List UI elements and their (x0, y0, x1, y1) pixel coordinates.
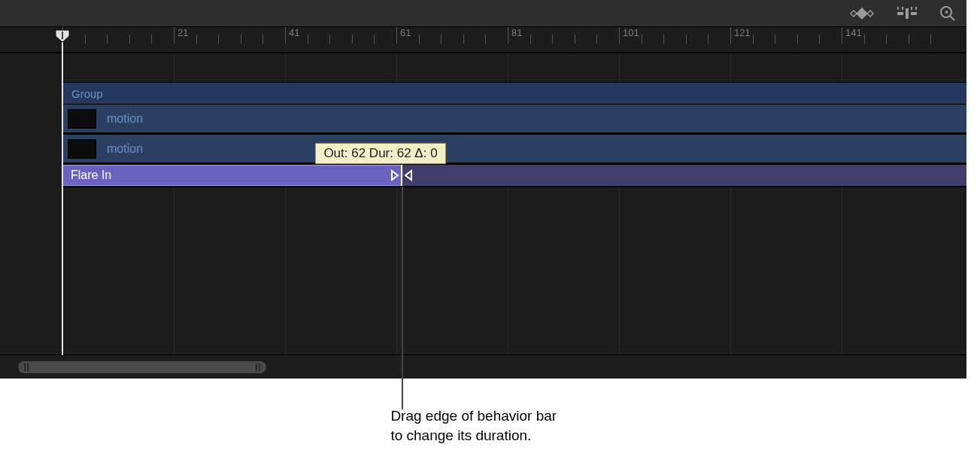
ruler-tick-minor (663, 35, 664, 44)
clip-thumbnail (68, 139, 96, 159)
tracks-area: Group motion motion Flare In (0, 53, 966, 187)
ruler-tick-minor (151, 35, 152, 44)
horizontal-scrollbar (0, 354, 966, 378)
ruler-tick-major (285, 27, 286, 44)
callout-leader-line (402, 187, 403, 409)
svg-rect-6 (897, 7, 899, 10)
ruler-tick-major (174, 27, 174, 44)
clip-label: motion (107, 112, 143, 126)
ruler-tick-minor (886, 35, 887, 44)
svg-marker-0 (856, 8, 868, 20)
svg-marker-12 (945, 10, 948, 14)
ruler-label: 21 (177, 27, 188, 38)
ruler-tick-major (619, 27, 620, 44)
behavior-bar[interactable]: Flare In (62, 165, 402, 186)
ruler-tick-minor (196, 35, 197, 44)
callout-text: Drag edge of behavior bar to change its … (390, 406, 557, 445)
ruler-tick-minor (419, 35, 420, 44)
svg-rect-7 (902, 7, 903, 10)
ruler-tick-major (730, 27, 731, 44)
ruler-tick-minor (909, 35, 909, 44)
ruler-tick-minor (642, 35, 642, 44)
zoom-icon[interactable] (939, 5, 956, 22)
ruler-tick-minor (85, 35, 86, 44)
ruler-tick-minor (262, 35, 263, 44)
ruler-tick-minor (775, 35, 775, 44)
ruler-tick-minor (753, 35, 754, 44)
clip-label: motion (107, 142, 143, 156)
svg-rect-8 (911, 7, 912, 10)
ruler-label: 141 (845, 27, 862, 38)
ruler-tick-minor (374, 35, 375, 44)
ruler-tick-minor (241, 35, 241, 44)
clip-track[interactable]: motion (62, 105, 966, 135)
ruler-label: 61 (400, 27, 411, 38)
behavior-lane: Flare In (62, 165, 966, 187)
ruler-tick-minor (107, 35, 108, 44)
drag-tooltip: Out: 62 Dur: 62 Δ: 0 (315, 143, 445, 164)
svg-rect-4 (897, 12, 903, 15)
clip-thumbnail (68, 109, 96, 129)
snap-icon[interactable] (896, 6, 918, 21)
timeline-panel: 21416181101121141 Group motion motion (0, 0, 966, 378)
keyframe-diamond-icon[interactable] (849, 7, 875, 20)
ruler-tick-minor (329, 35, 330, 44)
ruler-label: 101 (623, 27, 639, 38)
ruler-tick-minor (575, 35, 575, 44)
ruler-tick-minor (463, 35, 464, 44)
behavior-name: Flare In (71, 169, 111, 182)
ruler-label: 121 (734, 27, 751, 38)
ruler-tick-minor (708, 35, 708, 44)
ruler-tick-minor (308, 35, 308, 44)
svg-marker-1 (851, 11, 857, 17)
ruler-tick-minor (530, 35, 531, 44)
ruler-tick-minor (819, 35, 820, 44)
ruler-tick-minor (218, 35, 219, 44)
ruler-label: 81 (511, 27, 522, 38)
clip-track[interactable]: motion (62, 135, 966, 165)
ruler-tick-minor (686, 35, 687, 44)
group-header[interactable]: Group (62, 82, 966, 105)
ruler-tick-major (396, 27, 397, 44)
ruler-tick-minor (552, 35, 553, 44)
scrollbar-thumb[interactable] (18, 361, 266, 373)
svg-line-11 (950, 16, 954, 20)
svg-rect-3 (906, 8, 909, 19)
ruler-tick-major (842, 27, 842, 44)
ruler-tick-minor (129, 35, 130, 44)
ruler-label: 41 (289, 27, 299, 38)
ruler-tick-minor (864, 35, 865, 44)
playhead-icon[interactable] (54, 29, 71, 47)
ruler-tick-minor (797, 35, 798, 44)
time-ruler[interactable]: 21416181101121141 (0, 27, 966, 53)
ruler-tick-minor (441, 35, 441, 44)
ruler-tick-minor (352, 35, 353, 44)
timeline-toolbar (0, 0, 966, 27)
ruler-tick-minor (485, 35, 486, 44)
ruler-tick-minor (596, 35, 597, 44)
svg-marker-2 (867, 11, 873, 17)
group-label: Group (71, 87, 103, 100)
svg-rect-5 (911, 12, 917, 15)
svg-rect-9 (915, 7, 917, 10)
ruler-tick-minor (930, 35, 931, 44)
ruler-tick-major (508, 27, 508, 44)
